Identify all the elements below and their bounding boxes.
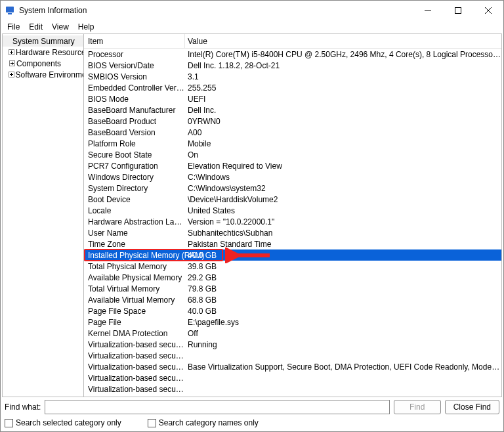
search-selected-category-checkbox[interactable]: Search selected category only [5,418,121,427]
list-row[interactable]: BIOS ModeUEFI [84,93,501,104]
cell-item: Windows Directory [84,173,185,182]
list-row[interactable]: Virtualization-based security Av...Base … [84,361,501,372]
cell-value: Dell Inc. 1.18.2, 28-Oct-21 [185,61,501,70]
list-row[interactable]: Windows DirectoryC:\Windows [84,171,501,183]
cell-item: Total Physical Memory [84,262,185,271]
tree-item[interactable]: Software Environment [3,69,83,80]
list-row[interactable]: BaseBoard Product0YRWN0 [84,116,501,127]
cell-value: Running [185,340,501,349]
details-list: Item Value ProcessorIntel(R) Core(TM) i5… [84,34,501,397]
tree-item-label: Components [16,59,61,68]
checkbox-label: Search selected category only [16,418,121,427]
cell-value: 255.255 [185,83,501,93]
cell-item: Total Virtual Memory [84,284,185,293]
cell-value: On [185,150,501,160]
list-row[interactable]: Boot Device\Device\HarddiskVolume2 [84,194,501,205]
cell-item: Locale [84,206,185,215]
list-row[interactable]: PCR7 ConfigurationElevation Required to … [84,160,501,171]
cell-item: Platform Role [84,139,185,148]
category-tree[interactable]: System SummaryHardware ResourcesComponen… [3,34,84,397]
cell-value: 3.1 [185,72,501,81]
list-row[interactable]: Device Encryption SupportElevation Requi… [84,395,501,397]
list-row[interactable]: Time ZonePakistan Standard Time [84,238,501,249]
find-input[interactable] [45,400,389,414]
menu-help[interactable]: Help [74,21,98,33]
cell-item: Page File Space [84,307,185,316]
cell-item: Available Virtual Memory [84,295,185,305]
list-row[interactable]: Available Physical Memory29.2 GB [84,272,501,283]
tree-item-label: Hardware Resources [16,48,83,57]
list-row[interactable]: SMBIOS Version3.1 [84,71,501,82]
cell-item: Available Physical Memory [84,273,185,282]
menubar: File Edit View Help [1,20,503,33]
list-header[interactable]: Item Value [84,34,501,49]
expand-icon[interactable] [8,71,15,79]
list-row[interactable]: BaseBoard VersionA00 [84,127,501,138]
list-row[interactable]: Hardware Abstraction LayerVersion = "10.… [84,216,501,227]
list-row[interactable]: Platform RoleMobile [84,138,501,149]
list-row[interactable]: Page FileE:\pagefile.sys [84,316,501,328]
list-row[interactable]: Total Virtual Memory79.8 GB [84,283,501,294]
find-button[interactable]: Find [394,400,441,414]
list-body[interactable]: ProcessorIntel(R) Core(TM) i5-8400H CPU … [84,49,501,397]
checkbox-icon [148,419,156,427]
cell-value: Elevation Required to View [185,162,501,171]
list-row[interactable]: Available Virtual Memory68.8 GB [84,294,501,305]
svg-rect-1 [8,13,12,14]
cell-item: Device Encryption Support [84,396,185,397]
list-row[interactable]: Secure Boot StateOn [84,149,501,160]
cell-item: SMBIOS Version [84,72,185,81]
list-row[interactable]: Virtualization-based security Se... [84,383,501,395]
expand-icon[interactable] [8,49,15,56]
app-icon [5,5,15,16]
cell-item: BIOS Version/Date [84,61,185,70]
list-row[interactable]: Virtualization-based securityRunning [84,339,501,350]
list-row[interactable]: Page File Space40.0 GB [84,305,501,316]
cell-value: Dell Inc. [185,106,501,115]
list-row[interactable]: Total Physical Memory39.8 GB [84,261,501,272]
menu-edit[interactable]: Edit [25,21,47,33]
minimize-button[interactable] [413,1,443,20]
cell-item: PCR7 Configuration [84,162,185,171]
cell-value: Version = "10.0.22000.1" [185,217,501,227]
cell-item: User Name [84,228,185,238]
list-row[interactable]: Virtualization-based security Se... [84,372,501,383]
list-row[interactable]: LocaleUnited States [84,205,501,216]
list-row[interactable]: BaseBoard ManufacturerDell Inc. [84,104,501,116]
column-value[interactable]: Value [185,34,501,48]
tree-item[interactable]: Hardware Resources [3,47,83,58]
tree-item[interactable]: System Summary [3,35,83,47]
cell-value: E:\pagefile.sys [185,318,501,327]
cell-item: Virtualization-based security [84,340,185,349]
find-label: Find what: [5,402,41,412]
column-item[interactable]: Item [84,34,185,48]
titlebar: System Information [1,1,503,20]
cell-value: 39.8 GB [185,262,501,271]
list-row[interactable]: ProcessorIntel(R) Core(TM) i5-8400H CPU … [84,49,501,60]
list-row[interactable]: Installed Physical Memory (RAM)40.0 GB [84,249,501,261]
cell-value: Off [185,329,501,338]
cell-item: Page File [84,318,185,327]
menu-file[interactable]: File [3,21,24,33]
list-row[interactable]: Virtualization-based security Re... [84,350,501,361]
menu-view[interactable]: View [48,21,73,33]
list-row[interactable]: System DirectoryC:\Windows\system32 [84,183,501,194]
cell-item: Installed Physical Memory (RAM) [84,251,185,260]
cell-value: 68.8 GB [185,295,501,305]
maximize-button[interactable] [443,1,473,20]
close-button[interactable] [473,1,503,20]
tree-item-label: Software Environment [16,70,83,79]
list-row[interactable]: Embedded Controller Version255.255 [84,82,501,93]
cell-value: Pakistan Standard Time [185,240,501,249]
list-row[interactable]: User NameSubhanitechtics\Subhan [84,227,501,238]
search-category-names-checkbox[interactable]: Search category names only [148,418,259,427]
list-row[interactable]: Kernel DMA ProtectionOff [84,328,501,339]
cell-value: 29.2 GB [185,273,501,282]
spacer [4,37,12,45]
cell-item: System Directory [84,184,185,193]
expand-icon[interactable] [8,60,16,68]
close-find-button[interactable]: Close Find [445,400,499,414]
list-row[interactable]: BIOS Version/DateDell Inc. 1.18.2, 28-Oc… [84,60,501,71]
tree-item[interactable]: Components [3,58,83,69]
cell-value: 40.0 GB [185,307,501,316]
